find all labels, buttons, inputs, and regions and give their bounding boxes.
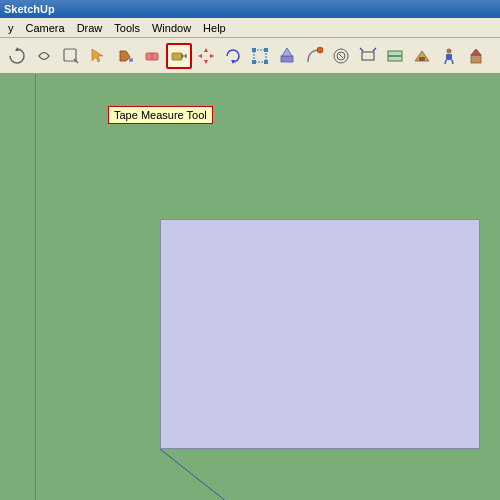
toolbar-btn-offset[interactable] xyxy=(328,43,354,69)
toolbar-btn-zoomext[interactable] xyxy=(355,43,381,69)
svg-line-29 xyxy=(373,48,376,51)
toolbar-btn-comp1[interactable] xyxy=(409,43,435,69)
svg-rect-20 xyxy=(264,60,268,64)
toolbar-btn-scale[interactable] xyxy=(247,43,273,69)
toolbar-btn-followme[interactable] xyxy=(301,43,327,69)
svg-point-4 xyxy=(129,58,133,62)
toolbar-btn-person1[interactable] xyxy=(436,43,462,69)
svg-point-33 xyxy=(447,48,452,53)
svg-marker-22 xyxy=(282,48,292,56)
app-window: SketchUp y Camera Draw Tools Window Help xyxy=(0,0,500,500)
svg-line-36 xyxy=(452,60,453,64)
svg-line-28 xyxy=(360,48,363,51)
title-bar: SketchUp xyxy=(0,0,500,18)
toolbar-btn-section[interactable] xyxy=(382,43,408,69)
toolbar-btn-eraser[interactable] xyxy=(139,43,165,69)
shape-rectangle xyxy=(160,219,480,449)
svg-rect-37 xyxy=(471,55,481,63)
svg-line-35 xyxy=(445,60,446,64)
menu-window[interactable]: Window xyxy=(146,20,197,36)
svg-rect-27 xyxy=(362,52,374,60)
menu-y[interactable]: y xyxy=(2,20,20,36)
svg-line-39 xyxy=(160,449,280,500)
svg-marker-11 xyxy=(204,48,208,52)
svg-line-26 xyxy=(339,54,343,58)
toolbar-btn-move[interactable] xyxy=(193,43,219,69)
toolbar-btn-pan[interactable] xyxy=(31,43,57,69)
title-bar-text: SketchUp xyxy=(4,3,55,15)
svg-rect-32 xyxy=(419,57,425,61)
toolbar-btn-orbit[interactable] xyxy=(4,43,30,69)
svg-rect-17 xyxy=(252,48,256,52)
svg-marker-38 xyxy=(471,49,481,55)
toolbar-btn-rotate[interactable] xyxy=(220,43,246,69)
axis-line-vertical xyxy=(35,74,36,500)
menu-draw[interactable]: Draw xyxy=(71,20,109,36)
svg-rect-19 xyxy=(252,60,256,64)
svg-marker-3 xyxy=(92,49,103,62)
toolbar-btn-paint[interactable] xyxy=(112,43,138,69)
toolbar-btn-tape[interactable] xyxy=(166,43,192,69)
menu-camera[interactable]: Camera xyxy=(20,20,71,36)
svg-point-23 xyxy=(317,47,323,53)
svg-rect-21 xyxy=(281,56,293,62)
menu-tools[interactable]: Tools xyxy=(108,20,146,36)
toolbar-btn-pushpull[interactable] xyxy=(274,43,300,69)
menu-help[interactable]: Help xyxy=(197,20,232,36)
toolbar xyxy=(0,38,500,74)
svg-rect-18 xyxy=(264,48,268,52)
canvas-area[interactable] xyxy=(0,74,500,500)
svg-marker-13 xyxy=(198,54,202,58)
svg-rect-7 xyxy=(172,53,182,60)
toolbar-btn-building[interactable] xyxy=(463,43,489,69)
svg-rect-34 xyxy=(446,54,452,60)
svg-marker-14 xyxy=(210,54,214,58)
toolbar-btn-zoom[interactable] xyxy=(58,43,84,69)
menu-bar: y Camera Draw Tools Window Help xyxy=(0,18,500,38)
svg-marker-12 xyxy=(204,60,208,64)
toolbar-btn-select[interactable] xyxy=(85,43,111,69)
